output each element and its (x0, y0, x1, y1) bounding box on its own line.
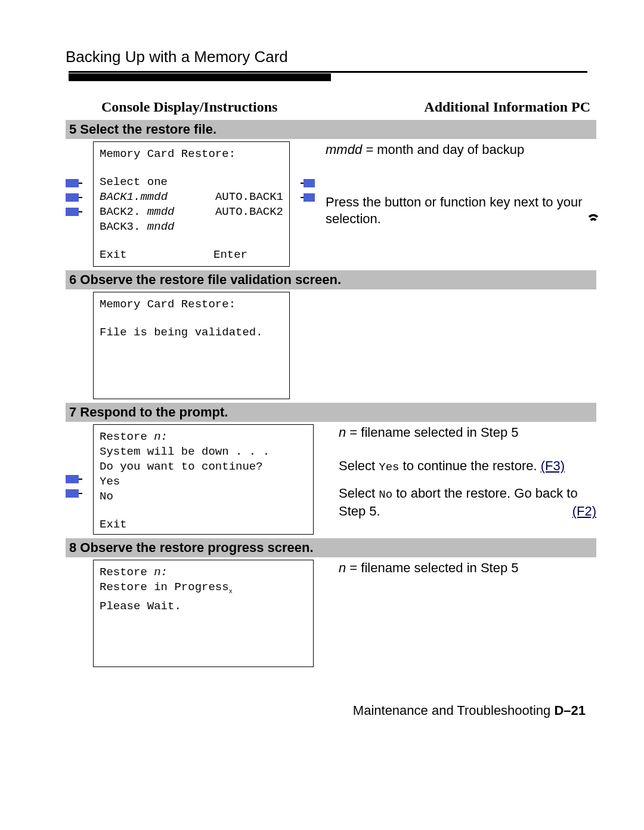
info-text: = filename selected in Step 5 (346, 560, 518, 575)
page-header: Backing Up with a Memory Card (66, 48, 596, 66)
console-line: System will be down . . . (100, 445, 307, 459)
column-heading-left: Console Display/Instructions (101, 99, 277, 115)
info-text: to continue the restore. (399, 458, 540, 473)
step-6-title: 6 Observe the restore file validation sc… (66, 270, 596, 289)
console-line: Enter (213, 248, 283, 263)
console-line: Restore (100, 566, 154, 579)
function-key-f2: (F2) (572, 503, 596, 520)
right-button-indicator (301, 190, 315, 205)
console-line: AUTO.BACK2 (215, 205, 283, 220)
info-text: No (379, 488, 392, 501)
right-button-indicator (301, 176, 315, 190)
step-7-title: 7 Respond to the prompt. (66, 403, 596, 422)
left-button-indicator (66, 472, 82, 486)
info-text: month and day of backup (373, 142, 524, 157)
left-button-indicator (66, 176, 82, 190)
left-button-indicator (66, 205, 82, 219)
console-line: Exit (100, 517, 307, 532)
info-text: Select (339, 486, 379, 501)
console-line: BACK2. (100, 205, 147, 218)
console-line: Restore (100, 430, 154, 443)
info-text: mmdd = (326, 142, 373, 157)
info-text: Press the button or function key next to… (326, 195, 582, 226)
left-button-indicator (66, 190, 82, 205)
console-line: BACK1. (100, 190, 140, 203)
step-8-title: 8 Observe the restore progress screen. (66, 538, 596, 557)
console-line: Yes (100, 474, 307, 489)
console-line: n: (154, 566, 168, 579)
console-line: Do you want to continue? (100, 459, 307, 474)
info-text: = filename selected in Step 5 (346, 425, 518, 440)
console-line: Memory Card Restore: (100, 147, 283, 162)
info-text: Select (339, 458, 379, 473)
console-line: Memory Card Restore: (100, 297, 283, 312)
console-line: mmdd (140, 190, 168, 203)
console-line: AUTO.BACK1 (215, 190, 283, 205)
info-text: Yes (379, 461, 399, 474)
column-heading-right: Additional Information PC (424, 99, 590, 115)
console-line: Select one (100, 175, 283, 190)
phone-icon (587, 212, 600, 229)
step-5-title: 5 Select the restore file. (66, 120, 596, 139)
console-line: Restore in Progress (100, 581, 229, 594)
console-line: Exit (100, 248, 127, 263)
info-text: n (339, 425, 346, 440)
console-line: mndd (147, 220, 175, 233)
console-line: n: (154, 430, 168, 443)
left-button-indicator (66, 486, 82, 501)
console-line: File is being validated. (100, 325, 283, 340)
console-line: mmdd (147, 205, 175, 218)
horizontal-rule (69, 71, 587, 73)
function-key-f3: (F3) (541, 458, 565, 473)
info-text: n (339, 560, 346, 575)
console-line: Please Wait. (100, 599, 307, 614)
console-line: BACK3. (100, 220, 147, 233)
console-line: No (100, 489, 307, 504)
black-bar (69, 73, 331, 81)
page-footer: Maintenance and Troubleshooting D–21 (66, 703, 596, 718)
